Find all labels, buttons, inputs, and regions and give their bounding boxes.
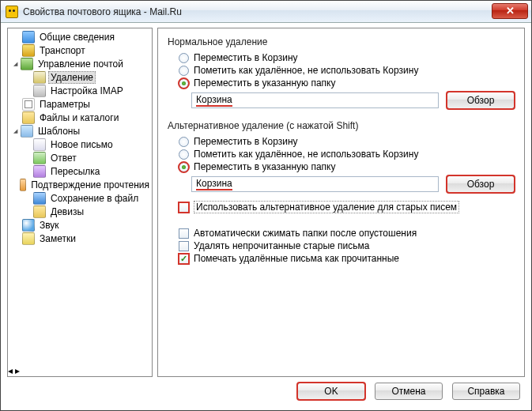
- tree-item-motto[interactable]: Девизы: [48, 206, 86, 217]
- check-compact[interactable]: [179, 228, 189, 239]
- tree-item-deletion[interactable]: Удаление: [48, 71, 96, 84]
- motto-icon: [33, 206, 46, 218]
- folder-value: Корзина: [196, 94, 232, 107]
- folder-value: Корзина: [196, 178, 232, 190]
- browse-button-alt[interactable]: Обзор: [447, 175, 515, 193]
- check-label: Помечать удалённые письма как прочитанны…: [194, 253, 399, 264]
- mail-icon: [21, 58, 33, 70]
- help-button[interactable]: Справка: [452, 383, 520, 400]
- tree-item-reply[interactable]: Ответ: [48, 153, 79, 164]
- tree-panel: Общие сведения Транспорт Управление почт…: [7, 28, 153, 377]
- tree-item-mailmgmt[interactable]: Управление почтой: [36, 58, 126, 70]
- tree-item-transport[interactable]: Транспорт: [37, 45, 88, 56]
- ok-button[interactable]: OK: [297, 383, 365, 400]
- newmail-icon: [33, 138, 46, 151]
- check-mark-read[interactable]: [179, 254, 189, 264]
- browse-button-normal[interactable]: Обзор: [447, 92, 515, 109]
- radio-normal-mark[interactable]: [179, 66, 189, 76]
- sound-icon: [22, 219, 35, 232]
- radio-alt-trash[interactable]: [179, 137, 189, 147]
- radio-label: Пометить как удалённое, не использовать …: [194, 149, 418, 160]
- folder-icon: [22, 111, 35, 124]
- tree-item-imap[interactable]: Настройка IMAP: [48, 85, 126, 96]
- trash-icon: [33, 71, 46, 84]
- tree-item-newmail[interactable]: Новое письмо: [48, 139, 115, 150]
- server-icon: [33, 85, 46, 97]
- radio-alt-mark[interactable]: [179, 149, 189, 160]
- check-label: Использовать альтернативное удаление для…: [194, 201, 459, 213]
- scroll-left-button[interactable]: ◂: [8, 365, 13, 376]
- tree-hscrollbar[interactable]: ◂ ▸: [8, 365, 152, 376]
- check-label: Удалять непрочитанные старые письма: [194, 240, 369, 251]
- radio-normal-folder[interactable]: [179, 78, 189, 89]
- radio-label: Переместить в указанную папку: [194, 77, 335, 89]
- check-use-alt-old[interactable]: [179, 202, 189, 213]
- check-del-unread[interactable]: [179, 241, 189, 251]
- tree-item-templates[interactable]: Шаблоны: [36, 126, 82, 137]
- notes-icon: [22, 232, 35, 245]
- cancel-button[interactable]: Отмена: [375, 383, 443, 400]
- dialog-footer: OK Отмена Справка: [1, 377, 531, 405]
- tree-item-general[interactable]: Общие сведения: [37, 32, 117, 43]
- tree-item-files[interactable]: Файлы и каталоги: [37, 112, 121, 123]
- confirm-icon: [20, 179, 26, 191]
- radio-label: Пометить как удалённое, не использовать …: [194, 65, 418, 76]
- content-area: Общие сведения Транспорт Управление почт…: [1, 23, 531, 377]
- window-title: Свойства почтового ящика - Mail.Ru: [23, 6, 492, 17]
- info-icon: [22, 31, 35, 43]
- check-label: Автоматически сжимать папки после опусто…: [194, 228, 417, 239]
- tree-item-params[interactable]: Параметры: [37, 99, 92, 110]
- tree-item-save[interactable]: Сохранение в файл: [48, 193, 141, 204]
- close-button[interactable]: ✕: [492, 3, 528, 19]
- nav-tree[interactable]: Общие сведения Транспорт Управление почт…: [8, 28, 152, 365]
- templates-icon: [21, 125, 33, 138]
- expand-toggle[interactable]: [11, 59, 20, 68]
- scroll-right-button[interactable]: ▸: [15, 365, 20, 376]
- expand-toggle[interactable]: [11, 126, 20, 135]
- alt-folder-input[interactable]: Корзина: [191, 176, 439, 192]
- normal-folder-input[interactable]: Корзина: [191, 92, 439, 108]
- normal-delete-title: Нормальное удаление: [168, 36, 515, 47]
- radio-alt-folder[interactable]: [179, 162, 189, 172]
- tree-item-notes[interactable]: Заметки: [37, 233, 78, 244]
- tree-item-sound[interactable]: Звук: [37, 220, 62, 231]
- radio-normal-trash[interactable]: [179, 53, 189, 63]
- save-icon: [33, 192, 46, 205]
- settings-panel: Нормальное удаление Переместить в Корзин…: [157, 28, 525, 377]
- truck-icon: [22, 44, 35, 57]
- forward-icon: [33, 165, 46, 178]
- alt-delete-title: Альтернативное удаление (с нажатой Shift…: [168, 120, 515, 131]
- radio-label: Переместить в указанную папку: [194, 161, 335, 172]
- tree-item-confirm[interactable]: Подтверждение прочтения: [28, 179, 152, 190]
- title-bar: Свойства почтового ящика - Mail.Ru ✕: [1, 1, 531, 23]
- radio-label: Переместить в Корзину: [194, 52, 298, 63]
- radio-label: Переместить в Корзину: [194, 136, 298, 147]
- app-icon: [6, 6, 18, 18]
- reply-icon: [33, 152, 46, 164]
- params-icon: [22, 98, 35, 111]
- tree-item-forward[interactable]: Пересылка: [48, 166, 102, 177]
